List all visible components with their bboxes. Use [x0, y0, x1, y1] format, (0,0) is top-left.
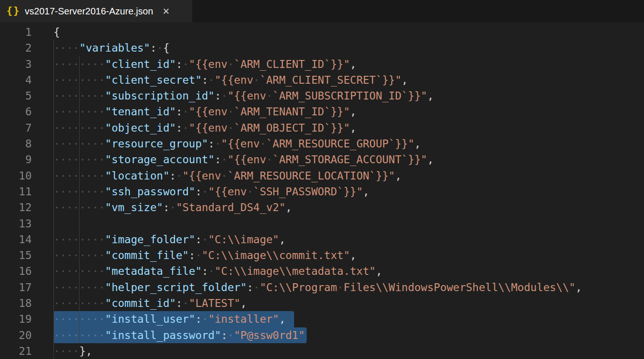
line-number[interactable]: 20 [0, 327, 32, 343]
code-token: , [279, 233, 286, 246]
line-number[interactable]: 8 [0, 136, 32, 152]
code-line[interactable]: 13 [0, 216, 644, 232]
code-token: , [576, 281, 582, 293]
whitespace-dots: · [337, 281, 343, 293]
code-token: : [221, 329, 228, 341]
code-token: "install_password" [105, 329, 221, 341]
code-line[interactable]: 14········"image_folder":·"C:\\image", [0, 232, 644, 247]
code-token: "client_id" [105, 58, 176, 70]
line-number[interactable]: 5 [0, 88, 32, 104]
code-line[interactable]: 3········"client_id":·"{{env·`ARM_CLIENT… [0, 56, 644, 72]
code-token: , [415, 138, 421, 150]
code-line-text: ········"vm_size":·"Standard_DS4_v2", [54, 199, 292, 215]
code-line[interactable]: 5········"subscription_id":·"{{env·`ARM_… [0, 88, 644, 104]
whitespace-dots: ········ [54, 329, 105, 341]
line-number[interactable]: 19 [0, 311, 32, 327]
code-token: , [402, 74, 408, 86]
line-number[interactable]: 7 [0, 120, 32, 136]
line-number[interactable]: 1 [0, 24, 32, 40]
code-line[interactable]: 4········"client_secret":·"{{env·`ARM_CL… [0, 72, 644, 88]
code-line[interactable]: 1{ [0, 24, 644, 40]
code-token: }, [79, 345, 92, 357]
line-number[interactable]: 17 [0, 279, 32, 295]
code-token: "{{env [221, 138, 260, 150]
whitespace-dots: · [228, 106, 234, 118]
code-line-text: ········"tenant_id":·"{{env·`ARM_TENANT_… [54, 104, 356, 120]
line-number[interactable]: 18 [0, 295, 32, 311]
code-line[interactable]: 21····}, [0, 343, 644, 359]
code-line[interactable]: 18········"commit_id":·"LATEST", [0, 295, 644, 311]
tab-bar: {} vs2017-Server2016-Azure.json ✕ [0, 0, 644, 22]
code-token: `ARM_CLIENT_SECRET`}}" [260, 74, 402, 86]
code-token: "commit_file" [105, 249, 189, 261]
whitespace-dots: · [221, 90, 228, 102]
code-token: : [189, 249, 195, 261]
whitespace-dots: ···· [54, 42, 79, 54]
code-line[interactable]: 12········"vm_size":·"Standard_DS4_v2", [0, 199, 644, 215]
whitespace-dots: · [260, 138, 266, 150]
whitespace-dots: · [157, 42, 163, 54]
code-line-text: ········"storage_account":·"{{env·`ARM_S… [54, 152, 434, 167]
whitespace-dots: · [221, 153, 228, 166]
code-token: "commit_id" [105, 297, 176, 309]
line-number[interactable]: 9 [0, 152, 32, 167]
code-token: "C:\\image\\commit.txt" [202, 249, 350, 261]
code-line[interactable]: 9········"storage_account":·"{{env·`ARM_… [0, 152, 644, 167]
code-token: : [202, 265, 208, 277]
line-number[interactable]: 3 [0, 56, 32, 72]
code-token: "ssh_password" [105, 186, 195, 198]
line-number[interactable]: 11 [0, 184, 32, 199]
code-line[interactable]: 20········"install_password":·"P@ssw0rd1… [0, 327, 644, 343]
line-number[interactable]: 12 [0, 199, 32, 215]
code-token: "storage_account" [105, 153, 215, 166]
line-number[interactable]: 6 [0, 104, 32, 120]
code-line[interactable]: 6········"tenant_id":·"{{env·`ARM_TENANT… [0, 104, 644, 120]
code-token: "{{env [215, 74, 253, 86]
close-tab-icon[interactable]: ✕ [162, 6, 170, 16]
line-number[interactable]: 10 [0, 168, 32, 184]
line-number[interactable]: 4 [0, 72, 32, 88]
tab-vs2017-server2016-azure-json[interactable]: {} vs2017-Server2016-Azure.json ✕ [0, 0, 192, 22]
code-line-text: ········"install_user":·"installer", [54, 311, 286, 327]
code-line-text: ········"helper_script_folder":·"C:\\Pro… [54, 279, 582, 295]
code-token: `ARM_RESOURCE_GROUP`}}" [266, 138, 415, 150]
code-token: : [215, 153, 221, 166]
code-token: , [241, 297, 247, 309]
whitespace-dots: ········ [54, 153, 105, 166]
code-line[interactable]: 15········"commit_file":·"C:\\image\\com… [0, 247, 644, 263]
line-number[interactable]: 15 [0, 247, 32, 263]
whitespace-dots: · [208, 265, 215, 277]
line-number[interactable]: 14 [0, 232, 32, 247]
code-line[interactable]: 10········"location":·"{{env·`ARM_RESOUR… [0, 168, 644, 184]
code-token: "P@ssw0rd1" [234, 329, 305, 341]
code-line[interactable]: 11········"ssh_password":·"{{env·`SSH_PA… [0, 184, 644, 199]
line-number[interactable]: 16 [0, 263, 32, 279]
code-token: "client_secret" [105, 74, 202, 86]
code-token: "installer" [208, 313, 279, 325]
code-token: , [350, 58, 356, 70]
line-number[interactable]: 13 [0, 216, 32, 232]
code-token: "{{env [189, 122, 228, 134]
whitespace-dots: · [228, 122, 234, 134]
whitespace-dots: · [182, 122, 189, 134]
code-token: "{{env [189, 58, 228, 70]
whitespace-dots: · [228, 329, 234, 341]
line-number[interactable]: 21 [0, 343, 32, 359]
code-token: "tenant_id" [105, 106, 176, 118]
code-line[interactable]: 2····"variables":·{ [0, 40, 644, 56]
code-line[interactable]: 19········"install_user":·"installer", [0, 311, 644, 327]
code-token: { [54, 26, 60, 38]
whitespace-dots: ········ [54, 249, 105, 261]
whitespace-dots: · [253, 281, 260, 293]
code-token: "install_user" [105, 313, 195, 325]
line-number[interactable]: 2 [0, 40, 32, 56]
code-line-text: ········"metadata_file":·"C:\\image\\met… [54, 263, 382, 279]
code-token: "{{env [189, 106, 228, 118]
code-line-text: ········"image_folder":·"C:\\image", [54, 232, 286, 247]
code-line[interactable]: 7········"object_id":·"{{env·`ARM_OBJECT… [0, 120, 644, 136]
code-line[interactable]: 17········"helper_script_folder":·"C:\\P… [0, 279, 644, 295]
code-line[interactable]: 16········"metadata_file":·"C:\\image\\m… [0, 263, 644, 279]
code-line-text: ········"ssh_password":·"{{env·`SSH_PASS… [54, 184, 369, 199]
code-line[interactable]: 8········"resource_group":·"{{env·`ARM_R… [0, 136, 644, 152]
code-area[interactable]: 1{2····"variables":·{3········"client_id… [0, 22, 644, 359]
